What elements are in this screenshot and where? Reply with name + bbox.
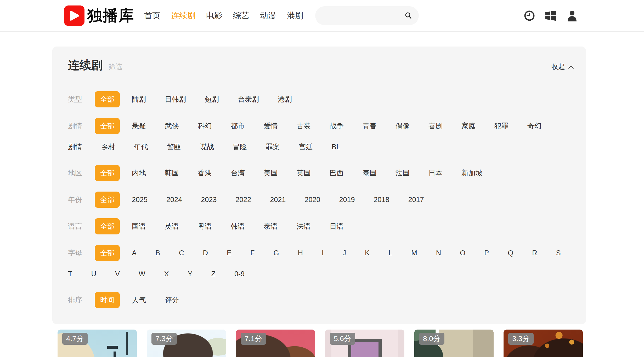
filter-option[interactable]: 国语 <box>132 222 146 231</box>
filter-option[interactable]: 武侠 <box>165 121 179 131</box>
filter-option[interactable]: I <box>322 249 324 257</box>
filter-option[interactable]: J <box>343 249 346 257</box>
search-button[interactable] <box>404 11 413 20</box>
filter-option[interactable]: 年代 <box>134 142 148 152</box>
filter-option[interactable]: B <box>155 249 160 257</box>
filter-option-active[interactable]: 全部 <box>95 165 120 181</box>
filter-option[interactable]: G <box>274 249 279 257</box>
show-card-1[interactable]: 4.7分 <box>58 330 137 357</box>
show-card-5[interactable]: 8.0分 <box>414 330 494 357</box>
filter-option[interactable]: E <box>227 249 231 257</box>
filter-option[interactable]: 谍战 <box>200 142 214 152</box>
show-card-3[interactable]: 7.1分 <box>236 330 315 357</box>
filter-option[interactable]: H <box>298 249 303 257</box>
filter-option[interactable]: 犯罪 <box>494 121 509 131</box>
filter-option[interactable]: 日本 <box>428 168 443 178</box>
filter-option[interactable]: Q <box>508 249 513 257</box>
filter-option[interactable]: F <box>250 249 255 257</box>
filter-option[interactable]: 0-9 <box>234 270 245 278</box>
filter-option[interactable]: 英语 <box>165 222 179 231</box>
filter-option[interactable]: P <box>484 249 489 257</box>
filter-option[interactable]: 人气 <box>132 295 146 305</box>
filter-option[interactable]: 警匪 <box>167 142 181 152</box>
filter-option[interactable]: 2021 <box>270 196 286 204</box>
nav-item-5[interactable]: 动漫 <box>260 10 276 21</box>
show-card-4[interactable]: 5.6分 <box>325 330 404 357</box>
filter-option[interactable]: 罪案 <box>266 142 280 152</box>
filter-option[interactable]: 韩国 <box>165 168 179 178</box>
filter-option[interactable]: 科幻 <box>198 121 212 131</box>
filter-option[interactable]: 喜剧 <box>428 121 443 131</box>
filter-option[interactable]: Z <box>211 270 216 278</box>
filter-option[interactable]: 日语 <box>330 222 344 231</box>
filter-option[interactable]: 法语 <box>297 222 311 231</box>
filter-option[interactable]: O <box>460 249 465 257</box>
filter-option[interactable]: 短剧 <box>205 95 219 104</box>
filter-option[interactable]: 冒险 <box>233 142 247 152</box>
filter-option[interactable]: V <box>115 270 120 278</box>
nav-item-2[interactable]: 连续剧 <box>171 10 195 21</box>
filter-option-active[interactable]: 全部 <box>95 118 120 134</box>
filter-option[interactable]: 都市 <box>231 121 245 131</box>
filter-option[interactable]: 英国 <box>297 168 311 178</box>
filter-option[interactable]: 家庭 <box>461 121 476 131</box>
filter-option[interactable]: 2022 <box>235 196 251 204</box>
filter-option[interactable]: X <box>164 270 169 278</box>
show-card-2[interactable]: 7.3分 <box>147 330 226 357</box>
filter-option[interactable]: 内地 <box>132 168 146 178</box>
filter-option[interactable]: R <box>532 249 537 257</box>
collapse-button[interactable]: 收起 <box>550 62 575 72</box>
filter-option[interactable]: 台湾 <box>231 168 245 178</box>
filter-option[interactable]: D <box>203 249 208 257</box>
site-logo[interactable]: 独播库 <box>64 5 134 26</box>
nav-item-4[interactable]: 综艺 <box>233 10 249 21</box>
windows-app-button[interactable] <box>545 10 557 21</box>
filter-option[interactable]: 巴西 <box>330 168 344 178</box>
nav-item-1[interactable]: 首页 <box>144 10 160 21</box>
filter-option[interactable]: N <box>436 249 441 257</box>
show-card-6[interactable]: 3.3分 <box>504 330 583 357</box>
filter-option[interactable]: BL <box>332 143 340 151</box>
filter-option[interactable]: 日韩剧 <box>165 95 186 104</box>
filter-option[interactable]: 奇幻 <box>527 121 541 131</box>
filter-option[interactable]: 2017 <box>408 196 424 204</box>
filter-option[interactable]: 韩语 <box>231 222 245 231</box>
filter-option[interactable]: U <box>91 270 97 278</box>
filter-option[interactable]: M <box>411 249 417 257</box>
filter-option[interactable]: A <box>132 249 137 257</box>
filter-option[interactable]: 2018 <box>374 196 389 204</box>
filter-option[interactable]: 台泰剧 <box>238 95 259 104</box>
filter-option[interactable]: L <box>388 249 392 257</box>
filter-option-active[interactable]: 全部 <box>95 192 120 208</box>
filter-option[interactable]: 香港 <box>198 168 212 178</box>
filter-option[interactable]: 悬疑 <box>132 121 146 131</box>
filter-option-active[interactable]: 时间 <box>95 292 120 308</box>
filter-option[interactable]: 2020 <box>304 196 320 204</box>
filter-option[interactable]: 粤语 <box>198 222 212 231</box>
filter-option[interactable]: 青春 <box>363 121 377 131</box>
filter-option[interactable]: 新加坡 <box>461 168 483 178</box>
filter-option[interactable]: 2023 <box>201 196 217 204</box>
filter-option[interactable]: 古装 <box>297 121 311 131</box>
filter-option[interactable]: 2024 <box>166 196 182 204</box>
filter-option[interactable]: S <box>556 249 561 257</box>
filter-option[interactable]: 2025 <box>132 196 148 204</box>
filter-option[interactable]: C <box>179 249 184 257</box>
filter-option[interactable]: 2019 <box>339 196 355 204</box>
filter-option[interactable]: 陆剧 <box>132 95 146 104</box>
filter-option[interactable]: K <box>365 249 370 257</box>
filter-option[interactable]: 爱情 <box>264 121 278 131</box>
nav-item-6[interactable]: 港剧 <box>287 10 303 21</box>
filter-option[interactable]: 泰语 <box>264 222 278 231</box>
filter-option[interactable]: Y <box>188 270 193 278</box>
filter-option[interactable]: 评分 <box>165 295 179 305</box>
filter-option[interactable]: 美国 <box>264 168 278 178</box>
filter-option[interactable]: 法国 <box>396 168 410 178</box>
filter-option-active[interactable]: 全部 <box>95 218 120 234</box>
filter-option[interactable]: 港剧 <box>278 95 292 104</box>
filter-option[interactable]: 偶像 <box>396 121 410 131</box>
filter-option[interactable]: 战争 <box>330 121 344 131</box>
filter-option[interactable]: 乡村 <box>101 142 115 152</box>
filter-option[interactable]: 宫廷 <box>299 142 313 152</box>
filter-option[interactable]: 泰国 <box>363 168 377 178</box>
